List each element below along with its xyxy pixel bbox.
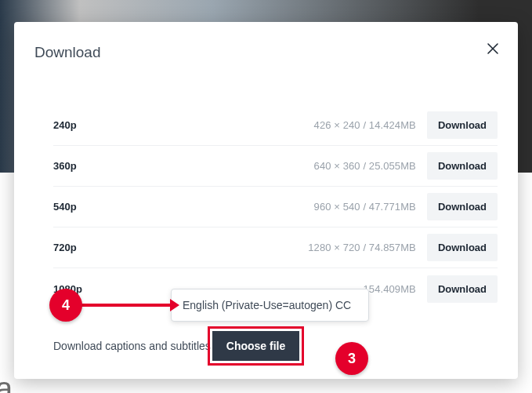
annotation-arrow-4: [81, 304, 170, 307]
download-button[interactable]: Download: [427, 193, 498, 220]
resolution-meta: 1280 × 720 / 74.857MB: [124, 242, 427, 253]
resolution-label: 720p: [53, 242, 124, 253]
resolution-meta: 640 × 360 / 25.055MB: [124, 160, 427, 172]
resolution-row: 240p 426 × 240 / 14.424MB Download: [53, 105, 498, 146]
resolution-meta: 960 × 540 / 47.771MB: [124, 201, 427, 213]
annotation-marker-3: 3: [335, 342, 368, 375]
download-modal: Download 240p 426 × 240 / 14.424MB Downl…: [14, 22, 518, 379]
download-button[interactable]: Download: [427, 234, 498, 261]
resolution-label: 540p: [53, 201, 124, 213]
modal-title: Download: [34, 44, 101, 61]
resolution-row: 720p 1280 × 720 / 74.857MB Download: [53, 227, 498, 268]
choose-file-button[interactable]: Choose file: [212, 331, 299, 361]
resolution-row: 360p 640 × 360 / 25.055MB Download: [53, 146, 498, 187]
download-button[interactable]: Download: [427, 152, 498, 180]
obscured-text: a: [0, 365, 13, 393]
resolution-meta: 426 × 240 / 14.424MB: [124, 119, 427, 131]
caption-dropdown-option[interactable]: English (Private-Use=autogen) CC: [171, 289, 369, 322]
captions-row: Download captions and subtitles Choose f…: [34, 326, 498, 366]
captions-label: Download captions and subtitles: [53, 340, 211, 352]
caption-option-label: English (Private-Use=autogen) CC: [183, 299, 351, 311]
modal-header: Download: [34, 44, 498, 61]
resolution-row: 540p 960 × 540 / 47.771MB Download: [53, 187, 498, 227]
resolution-label: 360p: [53, 160, 124, 172]
close-icon: [487, 42, 499, 55]
annotation-number: 4: [62, 297, 70, 314]
resolution-list: 240p 426 × 240 / 14.424MB Download 360p …: [34, 105, 498, 309]
download-button[interactable]: Download: [427, 275, 498, 303]
annotation-number: 3: [348, 351, 356, 367]
resolution-label: 240p: [53, 119, 124, 131]
download-button[interactable]: Download: [427, 111, 498, 139]
close-button[interactable]: [485, 41, 501, 56]
annotation-marker-4: 4: [49, 289, 82, 322]
choose-file-highlight: Choose file: [208, 326, 304, 366]
